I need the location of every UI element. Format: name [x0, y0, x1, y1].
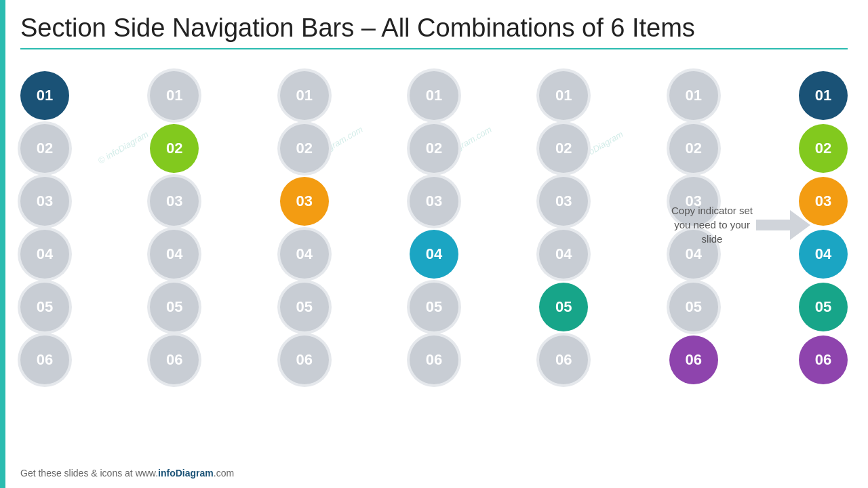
nav-set-4: 010203040506: [410, 71, 458, 384]
circle-1-2[interactable]: 02: [20, 124, 69, 173]
circle-6-5[interactable]: 05: [669, 283, 718, 331]
circle-3-2[interactable]: 02: [280, 124, 329, 173]
circle-6-2[interactable]: 02: [669, 124, 718, 173]
circle-2-1[interactable]: 01: [150, 71, 199, 120]
circle-1-6[interactable]: 06: [20, 336, 69, 384]
circle-7-6[interactable]: 06: [799, 336, 848, 384]
arrow-callout: Copy indicator set you need to your slid…: [668, 203, 810, 246]
circle-3-3[interactable]: 03: [280, 177, 329, 226]
circle-1-1[interactable]: 01: [20, 71, 69, 120]
circle-5-5[interactable]: 05: [539, 283, 588, 331]
callout-text: Copy indicator set you need to your slid…: [668, 203, 756, 246]
circle-4-1[interactable]: 01: [410, 71, 458, 120]
circle-4-4[interactable]: 04: [410, 230, 458, 279]
nav-set-1: 010203040506: [20, 71, 69, 384]
circle-2-5[interactable]: 05: [150, 283, 199, 331]
accent-bar: [0, 0, 5, 488]
circle-1-5[interactable]: 05: [20, 283, 69, 331]
circle-5-1[interactable]: 01: [539, 71, 588, 120]
circle-3-6[interactable]: 06: [280, 336, 329, 384]
title-area: Section Side Navigation Bars – All Combi…: [20, 14, 848, 49]
page-title: Section Side Navigation Bars – All Combi…: [20, 14, 848, 49]
circle-6-1[interactable]: 01: [669, 71, 718, 120]
svg-marker-0: [756, 210, 810, 240]
circle-4-6[interactable]: 06: [410, 336, 458, 384]
nav-set-3: 010203040506: [280, 71, 329, 384]
circle-5-3[interactable]: 03: [539, 177, 588, 226]
circle-5-6[interactable]: 06: [539, 336, 588, 384]
footer: Get these slides & icons at www.infoDiag…: [20, 468, 234, 479]
circle-4-5[interactable]: 05: [410, 283, 458, 331]
circle-5-2[interactable]: 02: [539, 124, 588, 173]
footer-text: Get these slides & icons at www.: [20, 468, 158, 479]
circle-2-3[interactable]: 03: [150, 177, 199, 226]
circle-3-1[interactable]: 01: [280, 71, 329, 120]
circle-1-3[interactable]: 03: [20, 177, 69, 226]
arrow-icon: [756, 210, 810, 240]
circle-2-2[interactable]: 02: [150, 124, 199, 173]
circle-7-1[interactable]: 01: [799, 71, 848, 120]
footer-brand: infoDiagram: [158, 468, 214, 479]
circle-4-2[interactable]: 02: [410, 124, 458, 173]
circle-7-5[interactable]: 05: [799, 283, 848, 331]
nav-set-2: 010203040506: [150, 71, 199, 384]
circle-1-4[interactable]: 04: [20, 230, 69, 279]
circle-4-3[interactable]: 03: [410, 177, 458, 226]
circle-3-5[interactable]: 05: [280, 283, 329, 331]
circle-7-2[interactable]: 02: [799, 124, 848, 173]
circle-3-4[interactable]: 04: [280, 230, 329, 279]
circle-5-4[interactable]: 04: [539, 230, 588, 279]
circle-2-4[interactable]: 04: [150, 230, 199, 279]
footer-suffix: .com: [214, 468, 234, 479]
nav-set-5: 010203040506: [539, 71, 588, 384]
circle-2-6[interactable]: 06: [150, 336, 199, 384]
circle-6-6[interactable]: 06: [669, 336, 718, 384]
